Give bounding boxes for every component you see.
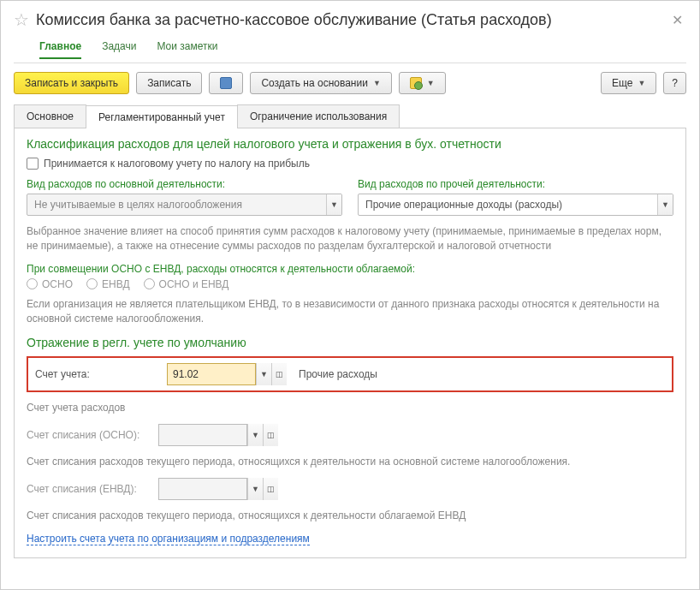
account-label: Счет учета: <box>35 368 155 380</box>
radio-both-label: ОСНО и ЕНВД <box>159 278 229 290</box>
close-icon[interactable]: ✕ <box>668 12 686 28</box>
save-and-close-button[interactable]: Записать и закрыть <box>14 72 129 94</box>
copy-plus-icon <box>410 77 422 89</box>
classification-help: Выбранное значение влияет на способ прин… <box>27 224 673 254</box>
other-activity-label: Вид расходов по прочей деятельности: <box>358 178 673 190</box>
chevron-down-icon[interactable]: ▼ <box>247 424 263 446</box>
main-activity-label: Вид расходов по основной деятельности: <box>27 178 342 190</box>
account-highlight-box: Счет учета: 91.02 ▼ ◫ Прочие расходы <box>27 356 673 392</box>
configure-accounts-link[interactable]: Настроить счета учета по организациям и … <box>27 533 310 545</box>
copy-action-button[interactable]: ▼ <box>399 72 446 94</box>
chevron-down-icon: ▼ <box>373 79 381 87</box>
document-button[interactable] <box>209 72 243 94</box>
chevron-down-icon[interactable]: ▼ <box>256 363 271 385</box>
window-title: Комиссия банка за расчетно-кассовое обсл… <box>36 11 661 29</box>
save-button[interactable]: Записать <box>136 72 202 94</box>
subtab-basic[interactable]: Основное <box>14 104 86 128</box>
subtab-regulated[interactable]: Регламентированный учет <box>86 105 238 128</box>
writeoff-osno-value <box>158 424 247 446</box>
writeoff-envd-help: Счет списания расходов текущего периода,… <box>27 509 673 523</box>
writeoff-osno-input[interactable]: ▼ ◫ <box>158 424 278 446</box>
writeoff-osno-label: Счет списания (ОСНО): <box>27 429 146 441</box>
radio-envd[interactable] <box>86 278 98 289</box>
more-button[interactable]: Еще▼ <box>601 72 656 94</box>
chevron-down-icon: ▼ <box>427 79 435 87</box>
combined-osno-envd-label: При совмещении ОСНО с ЕНВД, расходы отно… <box>27 263 673 275</box>
radio-envd-label: ЕНВД <box>102 278 130 290</box>
classification-section-title: Классификация расходов для целей налогов… <box>27 137 673 151</box>
open-dialog-icon[interactable]: ◫ <box>263 478 278 500</box>
account-value: 91.02 <box>167 363 256 385</box>
nav-tab-main[interactable]: Главное <box>39 40 81 59</box>
writeoff-envd-value <box>158 478 247 500</box>
other-activity-select[interactable]: Прочие операционные доходы (расходы) ▼ <box>358 194 673 216</box>
radio-osno-label: ОСНО <box>42 278 73 290</box>
chevron-down-icon[interactable]: ▼ <box>247 478 263 500</box>
chevron-down-icon[interactable]: ▼ <box>326 194 341 215</box>
account-description: Прочие расходы <box>299 368 377 380</box>
create-based-on-button[interactable]: Создать на основании▼ <box>250 72 391 94</box>
subtab-restriction[interactable]: Ограничение использования <box>237 104 400 128</box>
writeoff-osno-help: Счет списания расходов текущего периода,… <box>27 455 673 469</box>
envd-help: Если организация не является плательщико… <box>27 297 673 327</box>
main-activity-select[interactable]: Не учитываемые в целях налогообложения ▼ <box>27 194 342 216</box>
radio-both[interactable] <box>144 278 155 289</box>
chevron-down-icon: ▼ <box>638 79 645 87</box>
writeoff-envd-input[interactable]: ▼ ◫ <box>158 478 278 500</box>
chevron-down-icon[interactable]: ▼ <box>657 194 673 215</box>
main-activity-value: Не учитываемые в целях налогообложения <box>27 199 326 211</box>
tax-accept-checkbox[interactable] <box>27 158 39 170</box>
other-activity-value: Прочие операционные доходы (расходы) <box>359 199 657 211</box>
writeoff-envd-label: Счет списания (ЕНВД): <box>27 483 146 495</box>
account-input[interactable]: 91.02 ▼ ◫ <box>167 363 287 385</box>
document-icon <box>220 77 232 89</box>
favorite-star-icon[interactable]: ☆ <box>14 9 29 30</box>
nav-tab-notes[interactable]: Мои заметки <box>157 40 217 59</box>
radio-osno[interactable] <box>27 278 38 289</box>
expense-account-help: Счет учета расходов <box>27 401 673 415</box>
default-accounting-title: Отражение в регл. учете по умолчанию <box>27 336 673 349</box>
nav-tab-tasks[interactable]: Задачи <box>102 40 136 59</box>
open-dialog-icon[interactable]: ◫ <box>263 424 278 446</box>
tax-accept-label: Принимается к налоговому учету по налогу… <box>44 158 310 170</box>
open-dialog-icon[interactable]: ◫ <box>271 363 287 385</box>
help-button[interactable]: ? <box>663 72 686 94</box>
